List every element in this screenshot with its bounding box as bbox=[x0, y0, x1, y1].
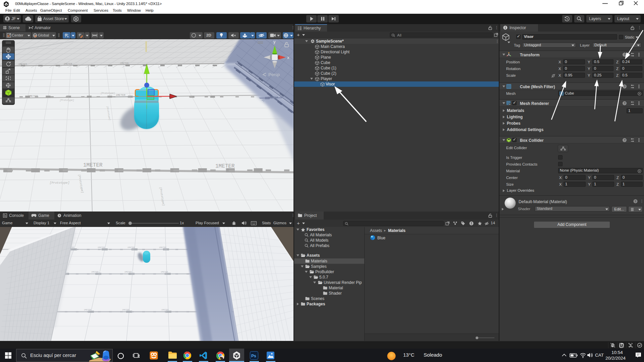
svg-text:y: y bbox=[273, 39, 276, 44]
svg-text:1METER: 1METER bbox=[64, 63, 72, 65]
svg-text:x: x bbox=[287, 55, 289, 60]
svg-text:1METER: 1METER bbox=[120, 62, 129, 65]
svg-text:1METER: 1METER bbox=[161, 309, 169, 311]
svg-text:1METER: 1METER bbox=[18, 63, 27, 66]
svg-text:1METER: 1METER bbox=[124, 271, 132, 273]
svg-text:1METER: 1METER bbox=[122, 309, 129, 311]
svg-text:?: ? bbox=[624, 138, 626, 142]
svg-text:?: ? bbox=[624, 53, 626, 56]
svg-text:1METER: 1METER bbox=[127, 246, 135, 249]
svg-text:[Prototype]: [Prototype] bbox=[50, 181, 69, 185]
svg-text:1METER: 1METER bbox=[83, 162, 103, 168]
svg-text:Y: Y bbox=[67, 36, 69, 38]
svg-text:1METER: 1METER bbox=[28, 95, 38, 98]
svg-text:[Prototype]: [Prototype] bbox=[60, 99, 74, 102]
svg-text:1METER: 1METER bbox=[159, 246, 166, 249]
svg-text:1METER: 1METER bbox=[215, 163, 235, 169]
svg-text:?: ? bbox=[624, 101, 626, 105]
svg-text:?: ? bbox=[624, 84, 626, 88]
svg-text:1METER: 1METER bbox=[98, 246, 105, 249]
svg-text:?: ? bbox=[635, 200, 637, 203]
svg-text:1METER: 1METER bbox=[116, 94, 125, 97]
svg-text:1METER: 1METER bbox=[91, 271, 99, 273]
svg-text:Persp: Persp bbox=[268, 72, 280, 77]
svg-text:1METER: 1METER bbox=[268, 96, 278, 99]
svg-text:[Prototype]: [Prototype] bbox=[101, 92, 115, 95]
svg-text:1METER: 1METER bbox=[161, 271, 168, 273]
svg-text:Ps: Ps bbox=[251, 354, 256, 358]
svg-text:1METER: 1METER bbox=[84, 309, 91, 311]
